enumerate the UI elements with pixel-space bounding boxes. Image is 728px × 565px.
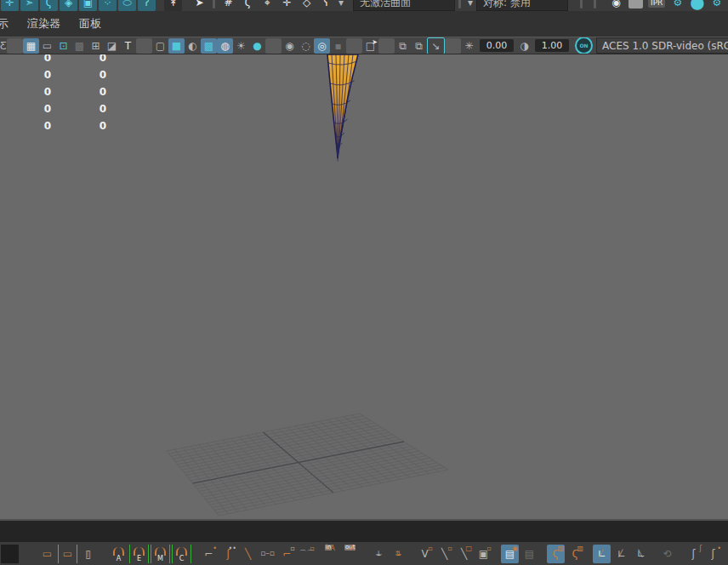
lighting-icon[interactable]: ☀ (233, 38, 249, 54)
textured-icon[interactable]: ▩ (201, 38, 217, 54)
linear-tangent-icon[interactable]: ╲ (239, 545, 257, 563)
motion-blur-icon[interactable]: ◌ (298, 38, 314, 54)
graph-editor-toolbar-icons: ▭▭▯❘AEMC⌐•ʃ••╲▫–▫⌐▫⌒⌒▫in⌣Aout⌣A⌣↓⌣⇅V▫╲▫╲… (0, 545, 728, 563)
absolute-view-icon[interactable]: ∟╱ (593, 545, 611, 563)
readout-cell: 0 (42, 120, 54, 132)
buffer-curve-snapshot-icon[interactable]: ⌣↓ (370, 545, 388, 563)
viewport[interactable]: 00 00 00 00 00 (0, 54, 728, 519)
in-tangent-icon[interactable]: in⌣A (324, 545, 342, 563)
menu-display[interactable]: 显示 (0, 16, 18, 31)
separator (580, 0, 583, 9)
spike-object[interactable] (322, 54, 361, 163)
auto-mix-tangent-icon[interactable]: M (151, 545, 170, 563)
highlight-selection-icon[interactable]: ➤ (191, 0, 208, 11)
make-live-icon[interactable]: ʕ (317, 0, 335, 11)
pre-infinity-offset-icon[interactable]: ʃ• (704, 545, 722, 563)
snap-projected-center-icon[interactable]: ✛ (278, 0, 296, 11)
grid-toggle-icon[interactable]: ▦ (23, 38, 39, 54)
render-settings-icon[interactable]: ⚙ (708, 0, 725, 11)
readout-cell: 0 (42, 86, 54, 98)
lock-selection-icon[interactable]: ↟ (164, 0, 182, 11)
retime-tool-icon[interactable]: Ϛ▥ (547, 545, 565, 563)
move-nearest-key-tool-icon[interactable]: ▭ (38, 545, 56, 563)
vertex-component-icon[interactable]: ◈ (60, 0, 77, 11)
out-tangent-icon[interactable]: out⌣A (344, 545, 361, 563)
snap-grid-icon[interactable]: # (219, 0, 237, 11)
isolate-curve-icon[interactable]: ⟲ (658, 545, 676, 563)
plateau-tangent-icon[interactable]: ⌒⌒▫ (298, 545, 316, 563)
swap-buffer-curve-icon[interactable]: ⌣⇅ (390, 545, 407, 563)
unify-tangents-icon[interactable]: ╲□ (455, 545, 473, 563)
stacked-view-icon[interactable]: ∟╱ (612, 545, 630, 563)
separator (594, 0, 596, 9)
pan-zoom-icon[interactable]: ↘ (427, 37, 445, 54)
help-mode-icon[interactable]: ʔ (138, 0, 156, 11)
tool-options-arrow-icon[interactable]: ▾ (465, 0, 475, 11)
multi-component-icon[interactable]: ⁘ (99, 0, 117, 11)
snap-options-arrow-icon[interactable]: ▾ (337, 0, 345, 11)
curve-tool-icon[interactable]: Ϛ (40, 0, 58, 11)
field-chart-icon[interactable]: ⊞ (88, 38, 104, 54)
render-view-icon[interactable]: ⚙ (668, 0, 686, 11)
film-gate-icon[interactable]: ▭ (39, 38, 55, 54)
gate-mask-icon[interactable]: ▩ (71, 38, 88, 54)
clamped-tangent-icon[interactable]: ʃ•• (219, 545, 237, 563)
free-tangent-weight-icon[interactable]: ╲▫ (435, 545, 453, 563)
use-default-material-icon[interactable]: ◍ (217, 38, 233, 54)
snap-curve-icon[interactable]: Ϛ (239, 0, 257, 11)
exposure-snapshot-icon[interactable]: ▪ (330, 38, 346, 54)
object-mode-icon[interactable]: ⬭ (118, 0, 136, 11)
resolution-gate-icon[interactable]: ⊡ (55, 38, 71, 54)
value-snap-icon[interactable]: ▤ (520, 545, 538, 563)
shadows-icon[interactable]: ● (249, 38, 265, 54)
color-management-toggle[interactable]: ON (575, 37, 593, 54)
step-tangent-icon[interactable]: ⌐▫ (278, 545, 296, 563)
insert-retime-icon[interactable]: Ϛ▥ (566, 545, 584, 563)
isolate-select-icon[interactable]: □➤ (362, 38, 378, 54)
snap-view-plane-icon[interactable]: ◇ (298, 0, 316, 11)
auto-custom-tangent-icon[interactable]: C (172, 545, 191, 563)
safe-action-icon[interactable]: ◪ (104, 38, 120, 54)
image-plane-icon[interactable]: ⧉ (395, 38, 411, 54)
exposure-field[interactable]: 0.00 (480, 39, 514, 52)
auto-ease-tangent-icon[interactable]: E (129, 545, 149, 563)
color-management-controls: ✳ 0.00 ◑ 1.00 ON ACES 1.0 SDR-video (sRG… (461, 37, 728, 54)
symmetry-tool-icon[interactable]: ✛ (1, 0, 19, 11)
anti-aliasing-icon[interactable]: ◎ (314, 38, 330, 54)
readout-cell: 0 (42, 103, 54, 115)
wireframe-on-shaded-icon[interactable]: ◐ (185, 38, 201, 54)
snap-point-icon[interactable]: ⌖ (259, 0, 276, 11)
menu-panels[interactable]: 面板 (70, 16, 111, 31)
render-current-frame-icon[interactable]: ⬤ (688, 0, 706, 11)
pre-infinity-cycle-icon[interactable]: ʃʃ (685, 545, 702, 563)
gamma-icon: ◑ (516, 38, 532, 54)
menu-renderer[interactable]: 渲染器 (18, 16, 70, 31)
break-tangents-icon[interactable]: V▫ (416, 545, 434, 563)
flat-tangent-icon[interactable]: ▫–▫ (259, 545, 276, 563)
post-infinity-cycle-icon[interactable]: ʃʃ (724, 545, 728, 563)
swatch-button[interactable] (628, 0, 643, 9)
smooth-shade-icon[interactable]: ■ (168, 38, 185, 54)
insert-keys-tool-icon[interactable]: ▭ (58, 545, 77, 563)
ssao-icon[interactable]: ◉ (282, 38, 298, 54)
select-arrow-icon[interactable]: ➣ (20, 0, 38, 11)
symmetry-field[interactable]: 对称: 禁用 (476, 0, 568, 11)
normalized-view-icon[interactable]: ∟╲ (632, 545, 650, 563)
viewport-toolbar-icons: Ƹ▦▭⊡▩⊞◪T▢■◐▩◍☀●◉◌◎▪□➤⧉⧉↘ (0, 37, 461, 54)
auto-tangent-icon[interactable]: A (110, 545, 128, 563)
spline-tangent-icon[interactable]: ⌐• (200, 545, 218, 563)
time-snap-icon[interactable]: ▤◉ (501, 545, 519, 563)
sequence-image-icon[interactable]: ⧉ (411, 38, 427, 54)
lock-tangent-weight-icon[interactable]: ▣▫ (475, 545, 492, 563)
wireframe-icon[interactable]: ▢ (152, 38, 168, 54)
gamma-field[interactable]: 1.00 (535, 39, 569, 52)
lattice-deform-keys-tool-icon[interactable]: ▯❘ (79, 545, 97, 563)
edge-component-icon[interactable]: ▣ (79, 0, 97, 11)
live-surface-field[interactable]: 无激活曲面 (353, 0, 455, 11)
readout-cell: 0 (97, 120, 109, 132)
ipr-button[interactable]: IPR (648, 0, 665, 8)
colorspace-dropdown[interactable]: ACES 1.0 SDR-video (sRGB) ▼ (596, 37, 728, 54)
viewport-toolbar: Ƹ▦▭⊡▩⊞◪T▢■◐▩◍☀●◉◌◎▪□➤⧉⧉↘ ✳ 0.00 ◑ 1.00 O… (0, 37, 728, 54)
visibility-eye-icon[interactable]: ◉ (607, 0, 625, 11)
hud-toggle-icon[interactable]: T (120, 38, 136, 54)
